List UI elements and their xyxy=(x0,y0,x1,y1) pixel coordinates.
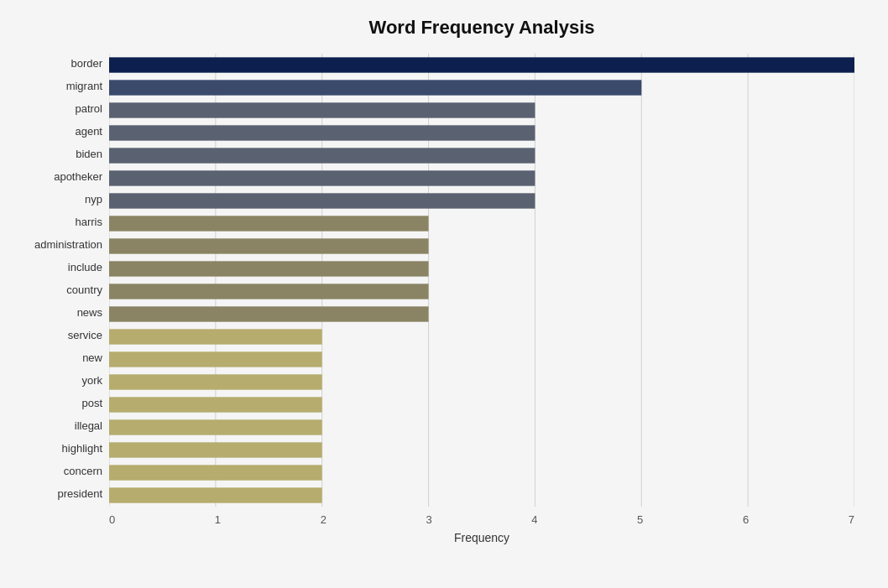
x-tick: 3 xyxy=(426,513,431,526)
bar-label: biden xyxy=(2,148,102,160)
svg-rect-19 xyxy=(109,306,429,321)
bar-label: news xyxy=(2,306,102,319)
bar-label: illegal xyxy=(2,419,102,432)
svg-rect-26 xyxy=(109,465,322,480)
bar-label: highlight xyxy=(2,442,102,455)
x-tick: 2 xyxy=(321,513,326,526)
bar-label: harris xyxy=(2,216,102,228)
svg-rect-27 xyxy=(109,487,322,502)
svg-rect-21 xyxy=(109,351,322,367)
bar-label: border xyxy=(2,57,102,70)
bar-label: york xyxy=(2,374,102,387)
bar-label: include xyxy=(2,261,102,273)
bar-label: patrol xyxy=(2,102,102,115)
bar-label: nyp xyxy=(2,193,102,206)
x-tick: 6 xyxy=(743,513,749,526)
svg-rect-8 xyxy=(109,57,854,72)
bars-wrapper: bordermigrantpatrolagentbidenapothekerny… xyxy=(109,54,854,507)
svg-rect-18 xyxy=(109,284,429,299)
x-axis: 01234567 xyxy=(109,513,854,526)
svg-rect-23 xyxy=(109,397,322,412)
svg-rect-25 xyxy=(109,442,322,457)
bar-label: apotheker xyxy=(2,170,102,183)
svg-rect-22 xyxy=(109,374,322,389)
bar-label: country xyxy=(2,284,102,296)
svg-rect-12 xyxy=(109,148,535,163)
chart-title: Word Frequency Analysis xyxy=(109,17,854,39)
x-tick: 7 xyxy=(849,513,854,526)
bar-label: service xyxy=(2,329,102,341)
bar-label: concern xyxy=(2,465,102,477)
svg-rect-10 xyxy=(109,102,535,117)
bar-label: president xyxy=(2,487,102,500)
svg-rect-20 xyxy=(109,329,322,344)
bar-label: migrant xyxy=(2,80,102,92)
x-tick: 1 xyxy=(215,513,221,526)
svg-rect-11 xyxy=(109,125,535,140)
bar-label: agent xyxy=(2,125,102,138)
x-axis-label: Frequency xyxy=(109,531,854,544)
x-tick: 5 xyxy=(637,513,643,526)
svg-rect-9 xyxy=(109,80,641,95)
bar-label: post xyxy=(2,397,102,409)
svg-rect-13 xyxy=(109,170,535,185)
svg-rect-24 xyxy=(109,419,322,434)
chart-container: Word Frequency Analysis bordermigrantpat… xyxy=(0,0,888,588)
bar-label: administration xyxy=(2,238,102,251)
x-tick: 4 xyxy=(531,513,537,526)
bar-label: new xyxy=(2,351,102,364)
svg-rect-14 xyxy=(109,193,535,208)
svg-rect-16 xyxy=(109,238,429,253)
x-tick: 0 xyxy=(109,513,115,526)
svg-rect-17 xyxy=(109,261,429,276)
svg-rect-15 xyxy=(109,216,429,231)
